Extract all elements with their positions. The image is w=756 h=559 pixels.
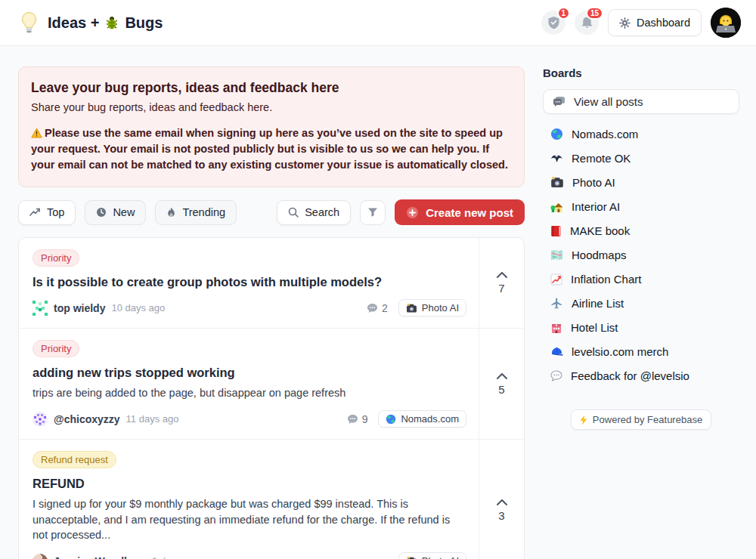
- filter-button[interactable]: [360, 200, 386, 225]
- shield-check-icon: [547, 16, 560, 29]
- post-author: Jessica Woodham: [54, 555, 146, 559]
- house-icon: [550, 201, 563, 213]
- banner-subtitle: Share your bug reports, ideas and feedba…: [31, 101, 512, 113]
- top-bar: Ideas + Bugs 1: [0, 0, 756, 46]
- boards-sidebar: Boards View all posts Nomads.com: [543, 66, 739, 559]
- sidebar-item-nomads[interactable]: Nomads.com: [543, 123, 739, 145]
- flame-icon: [166, 207, 176, 218]
- clock-icon: [96, 207, 107, 218]
- sidebar-item-hotel-list[interactable]: H Hotel List: [543, 317, 739, 338]
- banner-warning: Please use the same email when signing u…: [31, 125, 512, 173]
- gear-icon: [619, 17, 631, 29]
- sidebar-item-interior-ai[interactable]: Interior AI: [543, 196, 739, 218]
- post-meta: Jessica Woodham 1 day ago: [33, 552, 466, 559]
- board-logo: Ideas + Bugs: [20, 11, 163, 35]
- post-row[interactable]: Priority adding new trips stopped workin…: [19, 329, 524, 440]
- sort-trending-button[interactable]: Trending: [155, 200, 237, 225]
- post-author: @chicoxyzzy: [54, 413, 120, 425]
- sidebar-item-hoodmaps[interactable]: Hoodmaps: [543, 244, 739, 266]
- post-row[interactable]: Refund request REFUND I signed up for yo…: [19, 440, 524, 559]
- post-meta: @chicoxyzzy 11 days ago 9: [33, 410, 466, 428]
- sidebar-item-airline-list[interactable]: Airline List: [543, 292, 739, 314]
- chevron-up-icon: [496, 372, 508, 380]
- upvote-button[interactable]: 3: [479, 440, 524, 559]
- post-time: 1 day ago: [152, 555, 195, 559]
- content-column: Leave your bug reports, ideas and feedba…: [18, 66, 525, 559]
- post-author: top wieldy: [54, 302, 105, 314]
- avatar: [33, 301, 48, 316]
- warning-icon: [31, 128, 42, 138]
- hotel-icon: H: [550, 322, 562, 334]
- sort-top-button[interactable]: Top: [18, 200, 76, 225]
- map-icon: [550, 249, 563, 261]
- vote-count: 7: [498, 282, 504, 295]
- priority-badge: Priority: [33, 340, 79, 357]
- bug-icon: [104, 15, 119, 30]
- post-body: trips are being added to the page, but d…: [33, 385, 466, 400]
- chevron-up-icon: [496, 271, 508, 279]
- svg-text:H: H: [556, 324, 557, 326]
- filter-funnel-icon: [367, 207, 378, 218]
- post-title: adding new trips stopped working: [33, 366, 466, 380]
- globe-icon: [550, 128, 563, 141]
- globe-icon: [386, 414, 396, 425]
- cap-icon: [550, 347, 563, 357]
- board-tag[interactable]: Photo AI: [398, 552, 466, 559]
- airplane-icon: [550, 297, 563, 310]
- sidebar-item-remote-ok[interactable]: Remote OK: [543, 147, 739, 169]
- vote-count: 3: [498, 509, 504, 522]
- upvote-button[interactable]: 7: [479, 238, 524, 328]
- red-book-icon: [550, 225, 562, 237]
- chevron-up-icon: [496, 499, 508, 506]
- camera-icon: [550, 177, 564, 188]
- comment-icon: [347, 414, 358, 425]
- avatar: [33, 412, 48, 427]
- powered-by-featurebase[interactable]: Powered by Featurebase: [571, 409, 711, 430]
- post-title: REFUND: [33, 477, 466, 491]
- vote-count: 5: [498, 383, 504, 396]
- sidebar-item-inflation-chart[interactable]: Inflation Chart: [543, 268, 739, 290]
- main-layout: Leave your bug reports, ideas and feedba…: [0, 46, 756, 559]
- eagle-icon: [550, 153, 563, 164]
- post-body: I signed up for your $9 monthly package …: [33, 496, 466, 542]
- sidebar-item-feedback-levelsio[interactable]: Feedback for @levelsio: [543, 365, 739, 387]
- sidebar-item-make-book[interactable]: MAKE book: [543, 220, 739, 242]
- comment-count: 2: [367, 302, 388, 314]
- speech-balloon-icon: [550, 370, 562, 381]
- moderation-button[interactable]: 1: [541, 11, 565, 35]
- camera-icon: [406, 304, 417, 313]
- comment-count: 9: [347, 413, 368, 425]
- upvote-button[interactable]: 5: [479, 329, 524, 439]
- post-time: 11 days ago: [126, 413, 179, 425]
- notifications-count-badge: 15: [586, 7, 603, 20]
- post-time: 10 days ago: [111, 302, 165, 313]
- dashboard-button[interactable]: Dashboard: [608, 9, 702, 36]
- view-all-posts-button[interactable]: View all posts: [543, 89, 739, 114]
- post-row[interactable]: Priority Is it possible to create group …: [19, 238, 524, 329]
- zap-icon: [580, 415, 587, 425]
- posts-list: Priority Is it possible to create group …: [18, 237, 525, 559]
- chart-up-icon: [550, 273, 562, 286]
- post-meta: top wieldy 10 days ago 2: [33, 299, 466, 317]
- top-bar-actions: 1 15: [541, 8, 741, 38]
- sidebar-item-photo-ai[interactable]: Photo AI: [543, 171, 739, 193]
- info-banner: Leave your bug reports, ideas and feedba…: [18, 66, 525, 187]
- sidebar-item-levelsio-merch[interactable]: levelsio.com merch: [543, 341, 739, 363]
- sort-new-button[interactable]: New: [85, 200, 146, 225]
- create-new-post-button[interactable]: Create new post: [395, 199, 525, 225]
- powered-by-wrap: Powered by Featurebase: [543, 409, 739, 430]
- post-title: Is it possible to create group photos wi…: [33, 275, 466, 289]
- avatar: [33, 554, 48, 559]
- board-tag[interactable]: Nomads.com: [378, 410, 466, 428]
- trending-up-icon: [29, 208, 41, 217]
- page-title: Ideas + Bugs: [48, 14, 163, 32]
- plus-circle-icon: [406, 206, 419, 219]
- chat-bubbles-icon: [553, 96, 565, 107]
- user-avatar[interactable]: [711, 8, 741, 38]
- priority-badge: Priority: [33, 249, 79, 267]
- board-tag[interactable]: Photo AI: [398, 299, 466, 317]
- notifications-button[interactable]: 15: [575, 11, 599, 35]
- boards-heading: Boards: [543, 66, 739, 79]
- search-button[interactable]: Search: [277, 200, 351, 225]
- search-icon: [288, 207, 299, 218]
